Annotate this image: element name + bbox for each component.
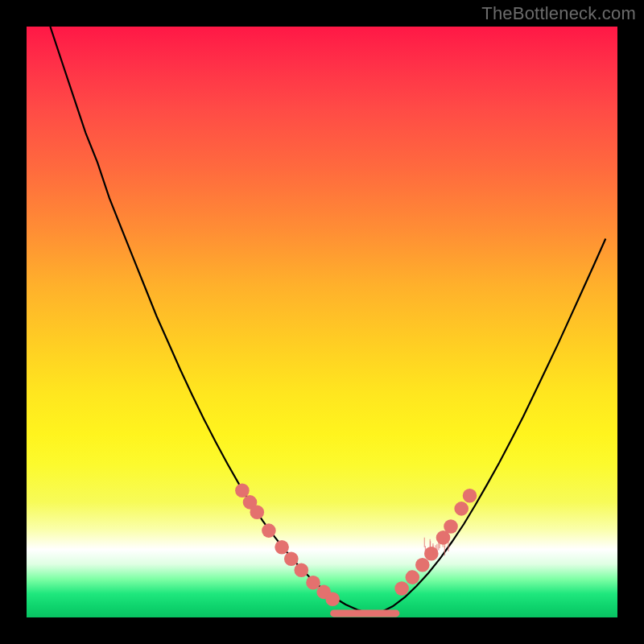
highlight-dot xyxy=(424,547,439,561)
highlight-dot xyxy=(284,552,299,567)
highlight-dot xyxy=(406,570,420,584)
plot-area xyxy=(27,27,617,617)
highlight-dot xyxy=(394,581,409,596)
curve-svg xyxy=(27,27,617,617)
highlight-dot xyxy=(444,519,458,534)
highlight-dot xyxy=(415,558,430,572)
watermark-text: TheBottleneck.com xyxy=(481,3,636,24)
highlight-dot xyxy=(306,576,320,590)
highlight-dot xyxy=(275,540,289,555)
highlight-dot xyxy=(454,502,469,516)
highlight-dot xyxy=(295,564,309,578)
highlight-dot xyxy=(463,489,477,503)
highlight-dot xyxy=(262,523,276,538)
highlight-dot xyxy=(325,592,340,606)
highlight-dot xyxy=(250,506,265,520)
chart-frame: TheBottleneck.com xyxy=(0,0,644,644)
bottleneck-curve xyxy=(50,27,605,613)
highlight-dot xyxy=(235,483,250,497)
highlight-dots xyxy=(235,483,477,606)
